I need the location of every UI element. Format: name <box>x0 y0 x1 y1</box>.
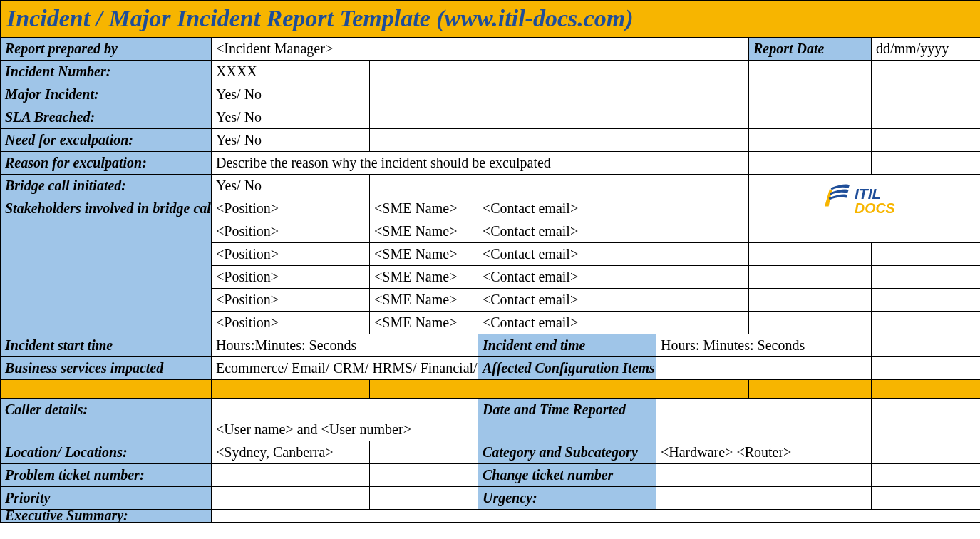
cell-empty <box>370 129 478 152</box>
cell-empty <box>749 312 872 334</box>
stakeholder-email: <Contact email> <box>478 289 656 312</box>
cell-empty <box>478 61 656 83</box>
val-category-subcat: <Hardware> <Router> <box>656 441 872 464</box>
cell-empty <box>478 83 656 106</box>
cell-empty <box>370 106 478 129</box>
logo-itil-docs: ITIL DOCS <box>749 175 981 243</box>
cell-empty <box>656 106 749 129</box>
divider-cell <box>478 380 656 399</box>
stakeholder-email: <Contact email> <box>478 197 656 220</box>
stakeholder-email: <Contact email> <box>478 220 656 243</box>
cell-empty <box>478 129 656 152</box>
cell-empty <box>370 441 478 464</box>
val-report-prepared-by: <Incident Manager> <box>212 38 749 61</box>
cell-empty <box>749 83 872 106</box>
cell-empty <box>872 106 981 129</box>
lbl-stakeholders: Stakeholders involved in bridge call: <box>1 197 212 334</box>
cell-empty <box>749 152 872 175</box>
val-need-exculpation: Yes/ No <box>212 129 370 152</box>
lbl-major-incident: Major Incident: <box>1 83 212 106</box>
stakeholder-sme: <SME Name> <box>370 243 478 266</box>
cell-empty <box>872 441 981 464</box>
cell-empty <box>749 289 872 312</box>
divider-cell <box>212 380 370 399</box>
val-major-incident: Yes/ No <box>212 83 370 106</box>
cell-empty <box>656 312 749 334</box>
cell-empty <box>656 243 749 266</box>
stakeholder-email: <Contact email> <box>478 243 656 266</box>
cell-empty <box>656 197 749 220</box>
cell-empty <box>656 220 749 243</box>
cell-empty <box>212 464 370 487</box>
cell-empty <box>872 152 981 175</box>
divider-cell <box>1 380 212 399</box>
lbl-business-services: Business services impacted <box>1 357 212 380</box>
val-caller-details: <User name> and <User number> <box>212 399 478 441</box>
stakeholder-position: <Position> <box>212 289 370 312</box>
cell-empty <box>656 175 749 197</box>
incident-report-table: Incident / Major Incident Report Templat… <box>0 0 980 523</box>
lbl-priority: Priority <box>1 487 212 510</box>
page-title: Incident / Major Incident Report Templat… <box>1 1 981 38</box>
cell-empty <box>872 61 981 83</box>
divider-cell <box>749 380 872 399</box>
cell-empty <box>370 464 478 487</box>
cell-empty <box>656 83 749 106</box>
stakeholder-position: <Position> <box>212 266 370 289</box>
cell-empty <box>656 357 872 380</box>
lbl-incident-end: Incident end time <box>478 334 656 357</box>
val-locations: <Sydney, Canberra> <box>212 441 370 464</box>
cell-empty <box>478 175 656 197</box>
lbl-category-subcat: Category and Subcategory <box>478 441 656 464</box>
lbl-incident-number: Incident Number: <box>1 61 212 83</box>
divider-cell <box>656 380 749 399</box>
svg-text:ITIL: ITIL <box>855 185 881 202</box>
stakeholder-email: <Contact email> <box>478 266 656 289</box>
cell-empty <box>872 289 981 312</box>
val-incident-end: Hours: Minutes: Seconds <box>656 334 872 357</box>
cell-empty <box>370 175 478 197</box>
cell-empty <box>656 129 749 152</box>
cell-empty <box>749 129 872 152</box>
cell-empty <box>749 243 872 266</box>
stakeholder-sme: <SME Name> <box>370 312 478 334</box>
lbl-problem-ticket: Problem ticket number: <box>1 464 212 487</box>
val-business-services: Ecommerce/ Email/ CRM/ HRMS/ Financial/ … <box>212 357 478 380</box>
stakeholder-sme: <SME Name> <box>370 289 478 312</box>
cell-empty <box>749 106 872 129</box>
cell-empty <box>656 289 749 312</box>
val-bridge-call: Yes/ No <box>212 175 370 197</box>
stakeholder-sme: <SME Name> <box>370 266 478 289</box>
cell-empty <box>656 61 749 83</box>
lbl-reason-exculpation: Reason for exculpation: <box>1 152 212 175</box>
cell-empty <box>656 266 749 289</box>
divider-cell <box>872 380 981 399</box>
cell-empty <box>872 243 981 266</box>
val-sla-breached: Yes/ No <box>212 106 370 129</box>
stakeholder-sme: <SME Name> <box>370 197 478 220</box>
cell-empty <box>370 61 478 83</box>
svg-text:DOCS: DOCS <box>855 200 895 216</box>
cell-empty <box>656 399 872 441</box>
cell-empty <box>872 83 981 106</box>
val-report-date: dd/mm/yyyy <box>872 38 981 61</box>
lbl-executive-summary: Executive Summary: <box>1 510 212 523</box>
lbl-report-prepared-by: Report prepared by <box>1 38 212 61</box>
cell-empty <box>872 334 981 357</box>
stakeholder-position: <Position> <box>212 243 370 266</box>
lbl-date-time-reported: Date and Time Reported <box>478 399 656 441</box>
lbl-caller-details: Caller details: <box>1 399 212 441</box>
cell-empty <box>872 266 981 289</box>
lbl-affected-ci: Affected Configuration Items <box>478 357 656 380</box>
val-incident-start: Hours:Minutes: Seconds <box>212 334 478 357</box>
cell-empty <box>872 464 981 487</box>
val-incident-number: XXXX <box>212 61 370 83</box>
cell-empty <box>872 312 981 334</box>
lbl-sla-breached: SLA Breached: <box>1 106 212 129</box>
cell-empty <box>370 83 478 106</box>
cell-empty <box>478 106 656 129</box>
stakeholder-email: <Contact email> <box>478 312 656 334</box>
lbl-incident-start: Incident start time <box>1 334 212 357</box>
cell-empty <box>872 399 981 441</box>
lbl-need-exculpation: Need for exculpation: <box>1 129 212 152</box>
